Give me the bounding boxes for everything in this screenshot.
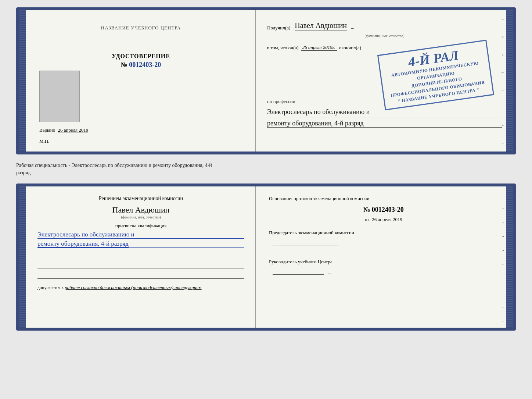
doc1-right-page: Получил(а) Павел Авдюшин – (фамилия, имя…	[256, 10, 513, 152]
qualification-line2: ремонту оборудования, 4-й разряд	[37, 240, 244, 248]
doc2-right-page: Основание: протокол экзаменационной коми…	[256, 186, 513, 328]
profession-line2: ремонту оборудования, 4-й разряд	[267, 120, 502, 128]
director-label: Руководитель учебного Центра	[269, 257, 498, 266]
cert-number-prefix: №	[121, 61, 127, 68]
profession-label: по профессии	[267, 99, 295, 104]
separator-line1: Рабочая специальность - Электрослесарь п…	[16, 162, 516, 169]
protocol-number-value: 0012403-20	[372, 206, 404, 213]
person-name-handwritten: Павел Авдюшин	[295, 21, 347, 31]
empty-sig-line-1	[37, 249, 244, 258]
protocol-number: № 0012403-20	[269, 206, 498, 214]
received-line: Получил(а) Павел Авдюшин –	[267, 21, 502, 31]
dopusk-section: допускается к работе согласно должностны…	[37, 285, 244, 291]
issued-date: 26 апреля 2019	[58, 127, 89, 133]
cert-type-label: УДОСТОВЕРЕНИЕ	[112, 53, 170, 60]
issued-line: Выдано 26 апреля 2019	[39, 127, 88, 133]
completed-label: окончил(а)	[339, 45, 361, 51]
doc2-right-edge-decoration: – – – и а ← – – – –	[502, 186, 505, 328]
number-prefix: №	[363, 206, 370, 213]
training-center-label: НАЗВАНИЕ УЧЕБНОГО ЦЕНТРА	[101, 25, 181, 31]
empty-sig-line-3	[37, 270, 244, 279]
separator-text: Рабочая специальность - Электрослесарь п…	[16, 160, 516, 178]
photo-placeholder	[39, 71, 80, 122]
dopusk-prefix: допускается к	[37, 285, 64, 290]
received-label: Получил(а)	[267, 25, 290, 31]
doc2-person-name: Павел Авдюшин	[37, 205, 244, 215]
vtom-label: в том, что он(а)	[267, 45, 299, 51]
director-section: Руководитель учебного Центра –	[269, 257, 498, 278]
mp-label: М.П.	[39, 138, 49, 144]
separator-line2: разряд	[16, 169, 516, 177]
cert-number: № 0012403-20	[121, 61, 161, 69]
right-edge-decoration: – и а ← – – – –	[500, 10, 505, 152]
director-signature-line	[273, 274, 324, 275]
from-date-value: 26 апреля 2019	[372, 217, 402, 222]
qualification-label: присвоена квалификация	[37, 223, 244, 229]
fio-small-label: (фамилия, имя, отчество)	[267, 34, 502, 38]
doc2-left-page: Решением экзаменационной комиссии Павел …	[19, 186, 256, 328]
completed-date: 26 апреля 2019г.	[301, 44, 337, 51]
osnovanie-text: Основание: протокол экзаменационной коми…	[269, 196, 498, 202]
empty-sig-line-2	[37, 260, 244, 268]
chairman-signature-line	[273, 246, 339, 246]
cert-number-value: 0012403-20	[129, 61, 161, 68]
certificate-document-1: НАЗВАНИЕ УЧЕБНОГО ЦЕНТРА УДОСТОВЕРЕНИЕ №…	[16, 7, 516, 154]
doc2-fio-label: (фамилия, имя, отчество)	[37, 215, 244, 219]
dash-mark-2: –	[328, 270, 331, 276]
dash-mark-1: –	[343, 242, 345, 247]
qualification-line1: Электрослесарь по обслуживанию и	[37, 231, 244, 239]
doc1-left-page: НАЗВАНИЕ УЧЕБНОГО ЦЕНТРА УДОСТОВЕРЕНИЕ №…	[19, 10, 256, 152]
issued-label: Выдано	[39, 127, 55, 133]
certificate-document-2: Решением экзаменационной комиссии Павел …	[16, 184, 516, 331]
dash-separator: –	[351, 25, 354, 31]
dopusk-text: работе согласно должностным (производств…	[65, 285, 201, 290]
komissia-title: Решением экзаменационной комиссии	[37, 196, 244, 202]
chairman-label: Председатель экзаменационной комиссии	[269, 228, 498, 237]
from-prefix: от	[365, 217, 369, 222]
chairman-section: Председатель экзаменационной комиссии –	[269, 228, 498, 249]
from-date-line: от 26 апреля 2019	[269, 217, 498, 222]
